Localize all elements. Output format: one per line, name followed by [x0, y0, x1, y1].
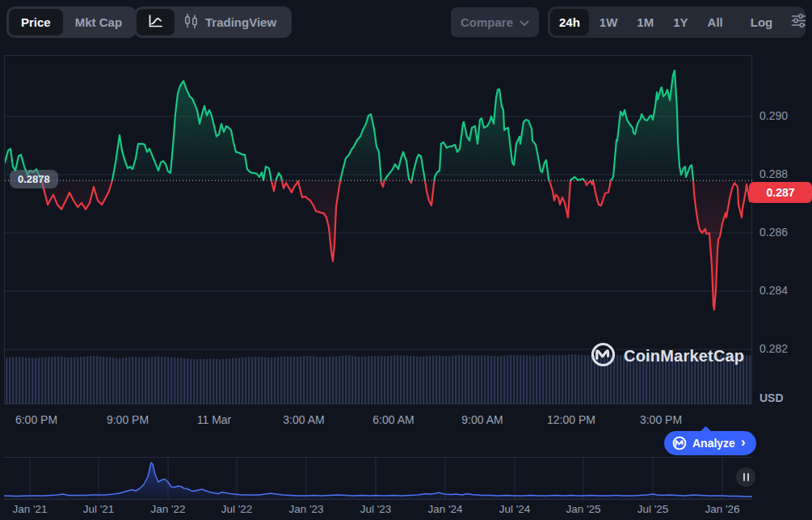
- range-24h[interactable]: 24h: [550, 9, 589, 36]
- watermark-text: CoinMarketCap: [624, 347, 744, 366]
- line-chart-icon: [147, 14, 164, 32]
- navigator-chart-canvas[interactable]: [4, 457, 752, 500]
- x-tick-label: 11 Mar: [197, 413, 232, 426]
- x-tick-label: 6:00 PM: [15, 413, 57, 426]
- tradingview-chart-type-button[interactable]: TradingView: [175, 9, 289, 36]
- navigator-tick-label: Jan '26: [705, 503, 739, 515]
- x-tick-label: 3:00 AM: [283, 413, 324, 426]
- x-tick-label: 9:00 AM: [461, 413, 503, 426]
- y-tick-label: 0.282: [759, 342, 788, 355]
- range-1y[interactable]: 1Y: [664, 9, 696, 36]
- chevron-right-icon: ›: [741, 434, 746, 450]
- navigator-tick-label: Jul '24: [499, 503, 531, 515]
- timeline-navigator[interactable]: [4, 457, 752, 500]
- tradingview-label: TradingView: [205, 15, 276, 29]
- navigator-tick-label: Jan '21: [12, 503, 47, 515]
- analyze-label: Analyze: [692, 437, 735, 450]
- navigator-tick-label: Jan '24: [427, 503, 462, 515]
- navigator-tick-label: Jan '23: [288, 503, 323, 515]
- navigator-tick-label: Jan '22: [150, 503, 185, 515]
- coinmarketcap-logo-icon: [672, 436, 687, 450]
- range-all[interactable]: All: [699, 9, 732, 36]
- chevron-down-icon: [520, 15, 529, 29]
- navigator-tick-label: Jan '25: [566, 503, 600, 515]
- y-tick-label: 0.284: [759, 284, 788, 297]
- log-scale-toggle[interactable]: Log: [742, 9, 782, 36]
- range-1w[interactable]: 1W: [591, 9, 627, 36]
- navigator-range-handle[interactable]: [736, 467, 755, 487]
- sliders-settings-icon: [791, 13, 806, 32]
- y-tick-label: 0.290: [759, 109, 788, 122]
- range-selector: 24h 1W 1M 1Y All Log: [548, 6, 806, 38]
- chart-settings-button[interactable]: [791, 9, 806, 36]
- y-axis-unit-label: USD: [759, 391, 784, 404]
- coinmarketcap-logo-icon: [591, 342, 616, 370]
- coinmarketcap-watermark: CoinMarketCap: [591, 342, 744, 370]
- x-tick-label: 9:00 PM: [107, 413, 149, 426]
- analyze-button[interactable]: Analyze ›: [664, 431, 756, 455]
- range-1m[interactable]: 1M: [628, 9, 663, 36]
- price-mktcap-toggle: Price Mkt Cap: [6, 6, 137, 38]
- baseline-price-label: 0.2878: [10, 170, 58, 188]
- compare-button[interactable]: Compare: [451, 7, 539, 37]
- price-tab[interactable]: Price: [9, 9, 63, 36]
- x-tick-label: 3:00 PM: [640, 413, 682, 426]
- navigator-tick-label: Jul '22: [221, 503, 253, 515]
- x-tick-label: 12:00 PM: [547, 413, 595, 426]
- chart-toolbar: Price Mkt Cap TradingView Compare: [0, 0, 812, 45]
- navigator-tick-label: Jul '25: [637, 503, 669, 515]
- x-tick-label: 6:00 AM: [372, 413, 414, 426]
- candlestick-icon: [184, 13, 198, 32]
- line-chart-type-button[interactable]: [137, 9, 175, 36]
- y-tick-label: 0.286: [759, 226, 788, 239]
- y-tick-label: 0.288: [759, 167, 788, 180]
- compare-label: Compare: [461, 15, 513, 29]
- navigator-tick-label: Jul '23: [360, 503, 392, 515]
- current-price-badge: 0.287: [749, 182, 812, 203]
- navigator-tick-label: Jul '21: [83, 503, 115, 515]
- chart-type-toggle: TradingView: [134, 6, 292, 38]
- mktcap-tab[interactable]: Mkt Cap: [63, 9, 134, 36]
